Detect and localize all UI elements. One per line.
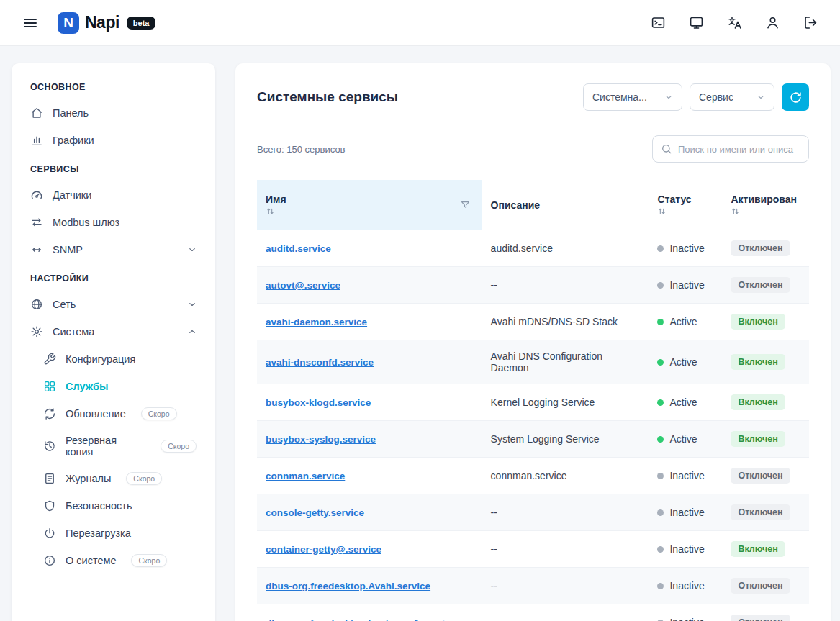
service-description: Avahi mDNS/DNS-SD Stack — [482, 304, 649, 340]
status-dot-icon — [657, 359, 664, 366]
status-dot-icon — [657, 473, 664, 479]
refresh-button[interactable] — [782, 83, 809, 111]
service-status: Inactive — [649, 230, 722, 267]
gauge-icon — [30, 189, 43, 201]
sidebar-item-reboot[interactable]: Перезагрузка — [20, 520, 207, 547]
sidebar-item-backup[interactable]: Резервная копияСкоро — [20, 427, 207, 465]
category-filter-select[interactable]: Системна... — [583, 83, 682, 111]
column-header-status[interactable]: Статус — [649, 180, 722, 230]
service-description: System Logging Service — [482, 421, 649, 458]
column-header-activated[interactable]: Активирован — [722, 180, 809, 230]
hamburger-menu-icon — [22, 14, 39, 32]
status-dot-icon — [657, 509, 664, 516]
sidebar-item-label: Резервная копия — [66, 435, 145, 458]
sidebar-item-label: О системе — [66, 555, 116, 566]
service-description: -- — [482, 604, 649, 621]
sidebar-item-snmp[interactable]: SNMP — [20, 236, 207, 263]
service-link[interactable]: dbus-org.freedesktop.hostname1.service — [266, 617, 456, 621]
logo-text: Napi — [85, 13, 119, 32]
status-dot-icon — [657, 436, 664, 443]
sidebar-item-configuration[interactable]: Конфигурация — [20, 345, 207, 373]
chevron-up-icon — [188, 327, 197, 336]
table-row: avahi-daemon.serviceAvahi mDNS/DNS-SD St… — [257, 304, 809, 340]
terminal-button[interactable] — [648, 12, 669, 33]
sidebar-item-label: Конфигурация — [66, 353, 135, 365]
service-link[interactable]: avahi-dnsconfd.service — [266, 357, 374, 368]
info-icon — [43, 554, 56, 567]
gear-icon — [30, 325, 43, 338]
main-header: Системные сервисы Системна... Сервис — [257, 83, 809, 111]
category-filter-value: Системна... — [592, 91, 647, 103]
sidebar-item-security[interactable]: Безопасность — [20, 492, 207, 520]
sidebar-item-dashboard[interactable]: Панель — [20, 99, 207, 127]
soon-badge: Скоро — [126, 472, 162, 485]
sidebar-item-label: Сеть — [53, 299, 76, 310]
logout-button[interactable] — [800, 12, 821, 33]
table-row: dbus-org.freedesktop.hostname1.service--… — [257, 604, 809, 621]
menu-button[interactable] — [19, 12, 42, 35]
service-link[interactable]: dbus-org.freedesktop.Avahi.service — [266, 581, 430, 591]
service-link[interactable]: avahi-daemon.service — [266, 317, 367, 327]
sidebar-item-about[interactable]: О системеСкоро — [20, 547, 207, 574]
refresh-icon — [43, 407, 56, 420]
translate-button[interactable] — [724, 12, 745, 33]
table-row: connman.serviceconnman.serviceInactiveОт… — [257, 458, 809, 494]
sort-icon[interactable] — [266, 207, 474, 216]
service-link[interactable]: auditd.service — [266, 243, 331, 254]
sidebar-item-sensors[interactable]: Датчики — [20, 181, 207, 209]
chart-icon — [30, 134, 43, 147]
service-status: Inactive — [649, 604, 722, 621]
sidebar-section-header: ОСНОВНОЕ — [20, 72, 207, 99]
sort-icon[interactable] — [731, 207, 800, 216]
service-status: Inactive — [649, 531, 722, 568]
service-link[interactable]: console-getty.service — [266, 507, 364, 518]
chevron-down-icon — [188, 245, 197, 254]
monitor-icon — [689, 15, 704, 30]
status-dot-icon — [657, 282, 664, 289]
topbar-actions — [648, 12, 821, 33]
service-link[interactable]: busybox-klogd.service — [266, 397, 371, 408]
activated-badge: Включен — [731, 354, 785, 370]
service-status: Inactive — [649, 568, 722, 604]
sidebar-item-services[interactable]: Службы — [20, 373, 207, 400]
activated-badge: Включен — [731, 431, 785, 447]
sidebar: ОСНОВНОЕПанельГрафикиСЕРВИСЫДатчикиModbu… — [12, 63, 215, 621]
column-label: Имя — [266, 194, 286, 205]
activated-badge: Включен — [731, 394, 785, 410]
activated-badge: Отключен — [731, 468, 790, 484]
soon-badge: Скоро — [161, 440, 197, 453]
sidebar-item-logs[interactable]: ЖурналыСкоро — [20, 465, 207, 492]
search-icon — [661, 143, 672, 155]
sidebar-item-label: Перезагрузка — [66, 527, 131, 539]
sidebar-item-update[interactable]: ОбновлениеСкоро — [20, 400, 207, 427]
sidebar-item-system[interactable]: Система — [20, 318, 207, 345]
table-row: container-getty@.service--InactiveВключе… — [257, 531, 809, 568]
sidebar-item-charts[interactable]: Графики — [20, 127, 207, 154]
service-link[interactable]: container-getty@.service — [266, 544, 381, 555]
sidebar-item-network[interactable]: Сеть — [20, 291, 207, 318]
service-link[interactable]: autovt@.service — [266, 280, 340, 291]
service-description: Kernel Logging Service — [482, 384, 649, 421]
filter-icon[interactable] — [460, 199, 471, 210]
grid-icon — [43, 380, 56, 393]
user-button[interactable] — [762, 12, 783, 33]
sort-icon[interactable] — [657, 207, 713, 216]
topbar: N Napi beta — [0, 0, 840, 46]
column-label: Статус — [657, 194, 691, 205]
service-link[interactable]: connman.service — [266, 471, 345, 481]
sidebar-item-label: Система — [53, 326, 94, 337]
sidebar-item-label: Журналы — [66, 473, 111, 484]
service-link[interactable]: busybox-syslog.service — [266, 434, 376, 445]
service-description: -- — [482, 531, 649, 568]
chevron-down-icon — [188, 300, 197, 309]
sidebar-item-modbus-gateway[interactable]: Modbus шлюз — [20, 209, 207, 236]
table-row: autovt@.service--InactiveОтключен — [257, 267, 809, 304]
search-input[interactable] — [678, 144, 800, 155]
column-header-name[interactable]: Имя — [257, 180, 482, 230]
service-description: Avahi DNS Configuration Daemon — [482, 340, 649, 384]
table-header-row: ИмяОписаниеСтатусАктивирован — [257, 180, 809, 230]
type-filter-select[interactable]: Сервис — [690, 83, 774, 111]
status-dot-icon — [657, 319, 664, 325]
monitor-button[interactable] — [686, 12, 707, 33]
history-icon — [43, 440, 56, 453]
